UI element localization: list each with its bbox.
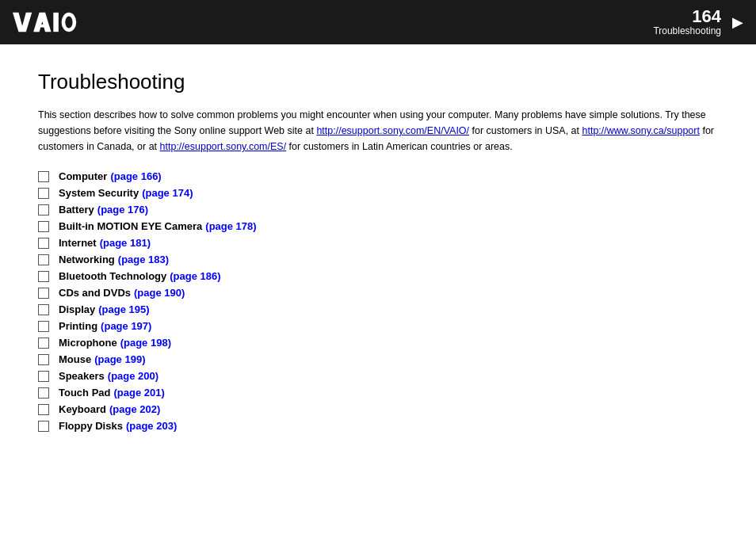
checkbox-icon [38,354,49,365]
header: 164 Troubleshooting ▶ [0,0,756,44]
checkbox-icon [38,254,49,265]
toc-item: Battery(page 176) [38,204,718,216]
toc-item-link[interactable]: (page 202) [109,403,160,415]
toc-item: Speakers(page 200) [38,370,718,382]
svg-point-5 [65,17,72,29]
toc-item: Built-in MOTION EYE Camera(page 178) [38,220,718,232]
checkbox-icon [38,204,49,216]
toc-item-link[interactable]: (page 174) [142,187,193,199]
svg-rect-2 [37,25,48,28]
checkbox-icon [38,338,49,349]
toc-item: Display(page 195) [38,303,718,315]
page-number: 164 [692,8,721,25]
toc-item: Internet(page 181) [38,237,718,249]
toc-item-label: Computer [59,170,107,182]
toc-item: Keyboard(page 202) [38,403,718,415]
toc-item: Printing(page 197) [38,320,718,332]
toc-item-label: Touch Pad [59,387,110,399]
toc-item-link[interactable]: (page 200) [108,370,158,382]
intro-link2[interactable]: http://www.sony.ca/support [582,125,699,136]
toc-item: Mouse(page 199) [38,353,718,365]
page-number-section: 164 Troubleshooting [653,8,721,36]
checkbox-icon [38,371,49,382]
toc-item: CDs and DVDs(page 190) [38,287,718,299]
toc-item: Touch Pad(page 201) [38,387,718,399]
toc-item: Microphone(page 198) [38,337,718,349]
toc-item-link[interactable]: (page 178) [205,220,256,232]
checkbox-icon [38,288,49,299]
checkbox-icon [38,404,49,415]
toc-item-link[interactable]: (page 197) [101,320,151,332]
section-label: Troubleshooting [653,25,721,36]
toc-item-link[interactable]: (page 198) [120,337,171,349]
toc-item: Floppy Disks(page 203) [38,420,718,432]
toc-item: Computer(page 166) [38,170,718,182]
toc-item-link[interactable]: (page 199) [94,353,145,365]
checkbox-icon [38,238,49,249]
svg-marker-0 [13,13,32,32]
toc-item-label: System Security [59,187,139,199]
toc-item-label: Floppy Disks [59,420,123,432]
header-arrow: ▶ [732,13,743,31]
toc-item-link[interactable]: (page 203) [126,420,177,432]
toc-item-label: Keyboard [59,403,106,415]
toc-item-link[interactable]: (page 201) [113,387,164,399]
toc-item-link[interactable]: (page 186) [170,270,220,282]
toc-item-label: Speakers [59,370,105,382]
intro-text-after-link3: for customers in Latin American countrie… [286,141,513,152]
toc-item-label: Battery [59,204,94,216]
toc-item-label: Networking [59,254,115,265]
checkbox-icon [38,304,49,315]
toc-item: Bluetooth Technology(page 186) [38,270,718,282]
toc-item-label: Printing [59,320,97,332]
checkbox-icon [38,387,49,399]
intro-paragraph: This section describes how to solve comm… [38,107,718,154]
toc-item-label: Internet [59,237,97,249]
vaio-logo [13,11,86,33]
checkbox-icon [38,188,49,199]
toc-item: Networking(page 183) [38,254,718,265]
checkbox-icon [38,221,49,232]
toc-item-link[interactable]: (page 195) [98,303,149,315]
toc-item-label: Display [59,303,95,315]
toc-item-link[interactable]: (page 176) [97,204,148,216]
checkbox-icon [38,271,49,282]
toc-item-label: Microphone [59,337,117,349]
toc-item-label: Bluetooth Technology [59,270,166,282]
toc-item-link[interactable]: (page 183) [118,254,169,265]
toc-item-label: Mouse [59,353,91,365]
toc-item-link[interactable]: (page 190) [134,287,185,299]
checkbox-icon [38,421,49,432]
svg-marker-1 [33,13,51,32]
svg-rect-3 [53,13,59,32]
intro-link3[interactable]: http://esupport.sony.com/ES/ [160,141,287,152]
toc-item-link[interactable]: (page 166) [110,170,161,182]
checkbox-icon [38,171,49,182]
intro-link1[interactable]: http://esupport.sony.com/EN/VAIO/ [316,125,469,136]
page-title: Troubleshooting [38,70,718,94]
toc-item-label: Built-in MOTION EYE Camera [59,220,202,232]
intro-text-between-1-2: for customers in USA, at [469,125,582,136]
toc-item: System Security(page 174) [38,187,718,199]
checkbox-icon [38,321,49,332]
toc-item-label: CDs and DVDs [59,287,131,299]
main-content: Troubleshooting This section describes h… [0,44,756,462]
header-right: 164 Troubleshooting ▶ [653,8,743,36]
toc-list: Computer(page 166)System Security(page 1… [38,170,718,432]
toc-item-link[interactable]: (page 181) [100,237,151,249]
